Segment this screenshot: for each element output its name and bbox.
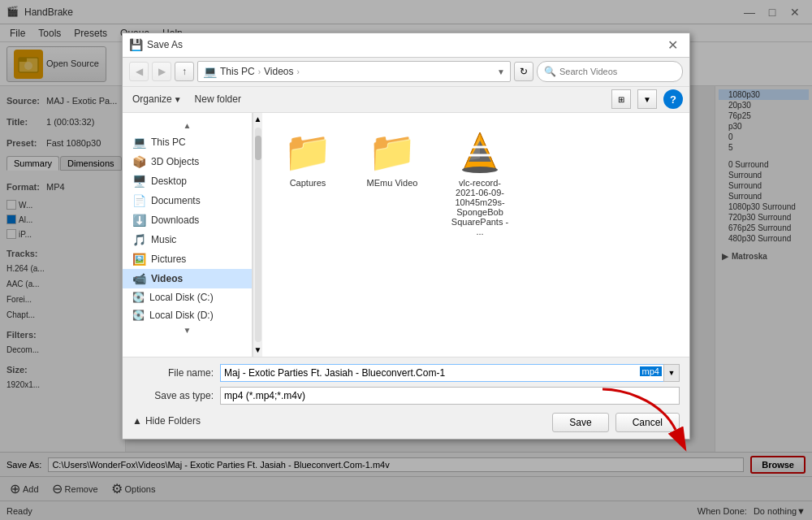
dialog-overlay: 💾 Save As ✕ ◀ ▶ ↑ 💻 This PC › Videos › ▼… <box>0 0 812 520</box>
refresh-button[interactable]: ↻ <box>514 62 533 81</box>
savetype-label: Save as type: <box>132 390 214 401</box>
file-item-captures[interactable]: 📁 Captures <box>275 126 340 191</box>
breadcrumb-videos[interactable]: Videos <box>264 66 293 77</box>
vlc-file-label: vlc-record-2021-06-09-10h45m29s-SpongeBo… <box>447 178 512 236</box>
dialog-title-bar: 💾 Save As ✕ <box>123 33 689 58</box>
nav-music-icon: 🎵 <box>132 233 146 246</box>
breadcrumb-sep1: › <box>258 67 261 76</box>
filename-ext-highlight: mp4 <box>640 366 662 376</box>
file-item-vlc[interactable]: vlc-record-2021-06-09-10h45m29s-SpongeBo… <box>444 126 516 240</box>
savetype-row: Save as type: mp4 (*.mp4;*.m4v) <box>132 387 680 405</box>
organize-label: Organize <box>132 93 172 105</box>
nav-3dobjects-label: 3D Objects <box>151 156 199 167</box>
nav-item-documents[interactable]: 📄 Documents <box>123 191 252 210</box>
view-arrow-button[interactable]: ▼ <box>637 89 657 109</box>
nav-item-videos[interactable]: 📹 Videos <box>123 269 252 288</box>
help-button[interactable]: ? <box>663 89 683 109</box>
savetype-select-wrap: mp4 (*.mp4;*.m4v) <box>220 387 680 405</box>
nav-thispc-icon: 💻 <box>132 136 146 149</box>
vlc-cone-icon <box>457 129 503 175</box>
dialog-action-buttons: Save Cancel <box>201 410 680 432</box>
nav-locald-label: Local Disk (D:) <box>149 310 214 321</box>
dialog-body: ▲ 💻 This PC 📦 3D Objects 🖥️ Desktop <box>123 113 689 357</box>
nav-scroll-down-button[interactable]: ▼ <box>123 324 252 337</box>
dialog-back-button[interactable]: ◀ <box>129 62 149 81</box>
dialog-nav-bar: ◀ ▶ ↑ 💻 This PC › Videos › ▼ ↻ 🔍 <box>123 58 689 87</box>
dialog-files-area: 📁 Captures 📁 MEmu Video <box>262 113 689 357</box>
dialog-forward-button[interactable]: ▶ <box>152 62 171 81</box>
svg-point-8 <box>462 167 498 173</box>
captures-folder-label: Captures <box>290 178 326 188</box>
nav-item-thispc[interactable]: 💻 This PC <box>123 132 252 152</box>
save-as-dialog: 💾 Save As ✕ ◀ ▶ ↑ 💻 This PC › Videos › ▼… <box>122 32 690 440</box>
file-item-memuvideo[interactable]: 📁 MEmu Video <box>360 126 425 191</box>
nav-item-localc[interactable]: 💽 Local Disk (C:) <box>123 288 252 306</box>
nav-documents-icon: 📄 <box>132 194 146 207</box>
nav-localc-icon: 💽 <box>132 292 145 303</box>
nav-videos-icon: 📹 <box>132 272 146 285</box>
app-window: 🎬 HandBrake — □ ✕ File Tools Presets Que… <box>0 0 812 520</box>
scrollbar-thumb <box>255 136 261 160</box>
nav-desktop-icon: 🖥️ <box>132 175 146 188</box>
nav-scrollbar[interactable]: ▲ ▼ <box>253 113 262 357</box>
nav-music-label: Music <box>151 234 176 245</box>
nav-item-downloads[interactable]: ⬇️ Downloads <box>123 210 252 230</box>
filename-row: File name: mp4 ▼ <box>132 364 680 382</box>
dialog-close-button[interactable]: ✕ <box>662 37 683 53</box>
dialog-icon: 💾 <box>129 38 142 51</box>
dialog-up-button[interactable]: ↑ <box>175 62 194 81</box>
nav-scroll-up-button[interactable]: ▲ <box>123 119 252 132</box>
nav-localc-label: Local Disk (C:) <box>149 292 214 303</box>
dialog-cancel-button[interactable]: Cancel <box>615 413 680 432</box>
nav-thispc-label: This PC <box>151 136 186 148</box>
nav-locald-icon: 💽 <box>132 310 145 321</box>
nav-item-3dobjects[interactable]: 📦 3D Objects <box>123 152 252 171</box>
dialog-footer: File name: mp4 ▼ Save as type: mp4 (*.mp… <box>123 357 689 439</box>
dialog-save-button[interactable]: Save <box>552 413 608 432</box>
scrollbar-track <box>255 128 261 342</box>
new-folder-button[interactable]: New folder <box>192 92 244 106</box>
nav-item-desktop[interactable]: 🖥️ Desktop <box>123 171 252 191</box>
nav-downloads-label: Downloads <box>151 214 199 226</box>
dialog-nav-panel: ▲ 💻 This PC 📦 3D Objects 🖥️ Desktop <box>123 113 253 357</box>
breadcrumb-thispc[interactable]: This PC <box>220 66 255 77</box>
search-icon: 🔍 <box>544 66 556 77</box>
dialog-title-text: Save As <box>147 39 662 50</box>
organize-button[interactable]: Organize ▼ <box>129 92 185 106</box>
hide-folders-icon: ▲ <box>132 415 142 427</box>
footer-actions-row: ▲ Hide Folders Save Cancel <box>132 410 680 432</box>
nav-downloads-icon: ⬇️ <box>132 214 146 227</box>
view-button[interactable]: ⊞ <box>611 89 631 109</box>
nav-item-music[interactable]: 🎵 Music <box>123 230 252 249</box>
nav-3dobjects-icon: 📦 <box>132 155 146 168</box>
breadcrumb-bar: 💻 This PC › Videos › ▼ <box>197 61 511 82</box>
breadcrumb-sep2: › <box>297 67 300 76</box>
nav-videos-label: Videos <box>151 273 183 284</box>
dialog-toolbar: Organize ▼ New folder ⊞ ▼ ? <box>123 87 689 113</box>
search-input[interactable] <box>559 67 676 76</box>
nav-pictures-icon: 🖼️ <box>132 253 146 266</box>
memuvideo-folder-label: MEmu Video <box>367 178 418 188</box>
nav-item-locald[interactable]: 💽 Local Disk (D:) <box>123 306 252 324</box>
breadcrumb-pc-icon: 💻 <box>203 65 217 78</box>
hide-folders-label: Hide Folders <box>145 415 201 427</box>
dialog-nav-container: ▲ 💻 This PC 📦 3D Objects 🖥️ Desktop <box>123 113 262 357</box>
memuvideo-folder-icon: 📁 <box>368 129 417 175</box>
savetype-select[interactable]: mp4 (*.mp4;*.m4v) <box>220 387 680 405</box>
nav-item-pictures[interactable]: 🖼️ Pictures <box>123 249 252 269</box>
hide-folders-button[interactable]: ▲ Hide Folders <box>132 414 201 428</box>
filename-input[interactable] <box>220 364 680 382</box>
nav-desktop-label: Desktop <box>151 176 187 187</box>
breadcrumb-arrow-icon[interactable]: ▼ <box>497 67 505 76</box>
nav-documents-label: Documents <box>151 195 201 206</box>
filename-label: File name: <box>132 367 214 379</box>
captures-folder-icon: 📁 <box>283 129 332 175</box>
nav-pictures-label: Pictures <box>151 254 186 265</box>
scrollbar-up-button[interactable]: ▲ <box>254 113 262 126</box>
organize-arrow-icon: ▼ <box>174 95 182 104</box>
filename-dropdown-button[interactable]: ▼ <box>663 364 680 382</box>
scrollbar-down-button[interactable]: ▼ <box>254 344 262 357</box>
filename-input-container: mp4 ▼ <box>220 364 680 382</box>
search-box: 🔍 <box>537 61 683 82</box>
